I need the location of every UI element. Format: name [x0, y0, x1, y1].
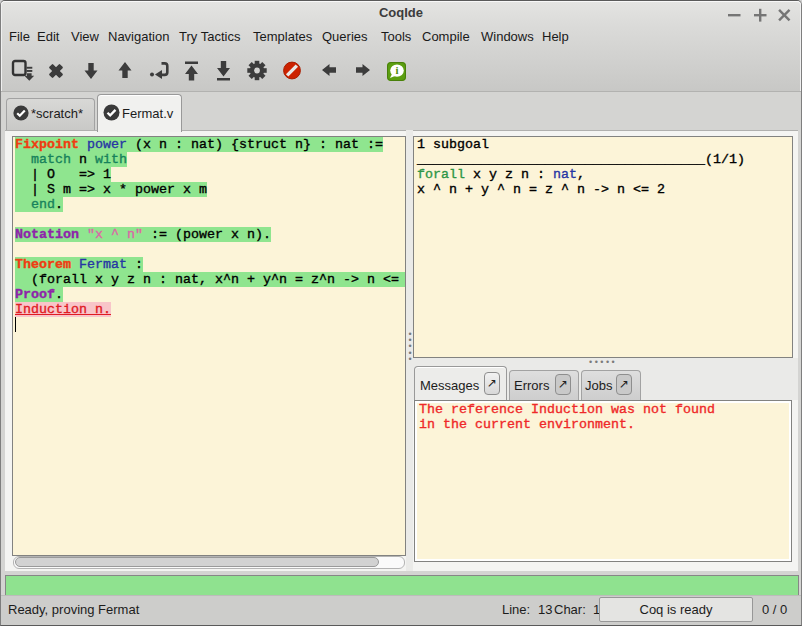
svg-text:i: i [395, 64, 398, 76]
